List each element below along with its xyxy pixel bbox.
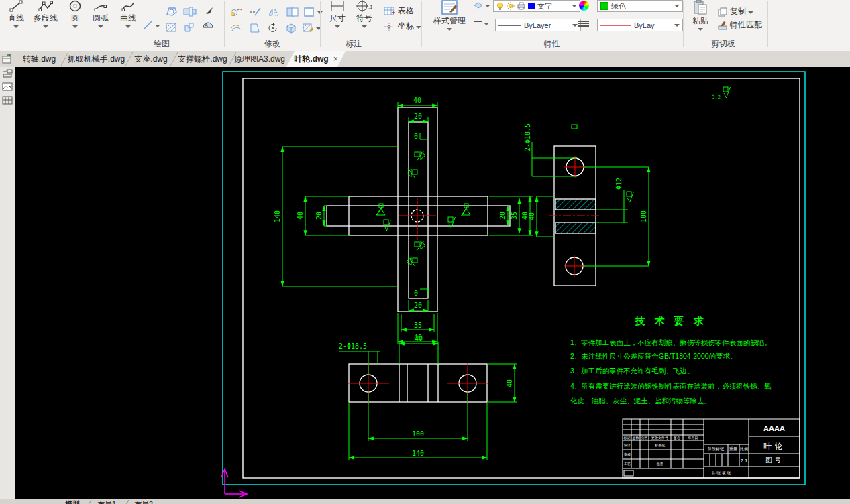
mirror-button[interactable] — [267, 6, 280, 18]
file-tab-yuanlitu-a3[interactable]: 原理图A3.dwg — [233, 51, 286, 67]
surface-symbols — [376, 87, 731, 267]
arc-button[interactable]: 圆弧 — [87, 0, 114, 28]
titleblock-h-file: 更改文件号 — [651, 436, 668, 440]
file-tab-label: 支座.dwg — [134, 54, 167, 65]
palette-pin-icon[interactable] — [2, 68, 13, 80]
palette-grid-icon[interactable] — [2, 95, 13, 107]
layout-tab-2[interactable]: 布局2 — [134, 499, 153, 504]
chevron-down-icon — [674, 24, 680, 27]
layer-color-swatch — [528, 3, 535, 9]
file-tab-zhichengluoshuan[interactable]: 支撑螺栓.dwg — [174, 51, 231, 67]
dimension-lines — [282, 102, 649, 460]
left-palette-strip — [0, 67, 15, 499]
circle-button[interactable]: 圆 — [64, 0, 86, 28]
table-button[interactable]: 表格 — [384, 5, 414, 17]
titleblock-weight-label: 重量 — [729, 446, 737, 451]
tech-line-1: 1、零件加工表面上，不应有划痕、擦伤等损伤零件表面的缺陷。 — [570, 338, 772, 346]
symbol-button[interactable]: .1 符号 — [353, 0, 376, 28]
layout-tab-model[interactable]: 模型 — [65, 499, 80, 504]
match-properties-label: 特性匹配 — [730, 19, 762, 31]
polyline-button[interactable]: 多段线 — [28, 0, 63, 28]
wipeout-button[interactable]: A — [201, 21, 215, 34]
spline-button[interactable]: 曲线 — [115, 0, 141, 28]
cursor-arrow-icon — [204, 5, 215, 16]
stretch-button[interactable] — [286, 6, 299, 18]
cross-centerlines — [399, 198, 436, 240]
tech-title: 技 术 要 求 — [634, 315, 707, 326]
lineweight-button[interactable] — [578, 20, 589, 28]
wipeout-icon: A — [201, 21, 215, 34]
line-button[interactable]: 直线 — [4, 0, 28, 28]
chamfer-button[interactable] — [248, 22, 262, 34]
block-button[interactable] — [182, 5, 197, 17]
style-manager-label: 样式管理 — [433, 15, 466, 27]
file-tab-zhuanzhou[interactable]: 转轴.dwg — [15, 51, 63, 67]
printer-icon — [517, 2, 525, 10]
drawing-canvas[interactable]: 40 20 0 140 40 20 20 35 40 20 0 35 40 2-… — [15, 67, 850, 499]
group-divider — [224, 1, 225, 47]
linetype-preview — [498, 24, 521, 27]
group-button[interactable] — [182, 21, 196, 34]
titleblock-h-date: 年月日 — [688, 436, 698, 440]
color-wheel-icon[interactable] — [579, 1, 589, 11]
dim-plate-span: 100 — [412, 430, 424, 438]
tech-line-2: 2、未注线性尺寸公差应符合GB/T1804-2000的要求。 — [570, 352, 737, 360]
color-select[interactable]: 绿色 — [597, 0, 683, 12]
move-button[interactable] — [229, 6, 243, 18]
construction-line-button[interactable] — [142, 20, 160, 31]
region-button[interactable] — [165, 5, 178, 17]
hatch-button[interactable] — [165, 21, 178, 34]
palette-image-icon[interactable] — [2, 82, 13, 94]
new-drawing-icon[interactable] — [2, 54, 13, 66]
hatch-icon — [165, 21, 178, 34]
layout-tab-bar: 模型 布局1 布局2 — [0, 499, 850, 504]
spline-label: 曲线 — [120, 13, 136, 24]
chevron-down-icon — [748, 11, 753, 14]
chevron-down-icon — [485, 5, 490, 7]
style-manager-button[interactable]: 样式管理 — [429, 0, 470, 31]
dim-left-arm-width: 40 — [297, 212, 304, 220]
erase-button[interactable] — [248, 6, 262, 18]
lightbulb-icon — [496, 2, 504, 10]
rotate-button[interactable] — [267, 22, 279, 34]
tech-line-3: 3、加工后的零件不允许有毛刺、飞边。 — [570, 367, 694, 375]
file-tab-zhuaqujixieshou[interactable]: 抓取机械手.dwg — [65, 51, 127, 67]
file-tab-yelun-active[interactable]: 叶轮.dwg × — [286, 51, 346, 67]
pointer-button[interactable] — [204, 5, 215, 16]
roughness-icon-general — [723, 87, 731, 98]
titleblock-standardization: 标准化 — [654, 443, 665, 448]
circle-label: 圆 — [71, 13, 79, 24]
drawing-svg: 40 20 0 140 40 20 20 35 40 20 0 35 40 2-… — [15, 67, 850, 499]
layout-tab-1[interactable]: 布局1 — [97, 499, 116, 504]
chevron-down-icon — [416, 26, 421, 29]
dim-plate-top: 40 — [415, 335, 423, 342]
linetype-select[interactable]: ByLayer — [495, 19, 581, 32]
file-tab-zhizuo[interactable]: 支座.dwg — [129, 51, 172, 67]
dimension-button[interactable]: 尺寸 — [326, 0, 349, 28]
dim-side-slot: Φ12 — [615, 178, 623, 190]
dim-right-arm-inner: 20 — [499, 212, 507, 220]
titleblock-h-zone: 分区 — [641, 436, 648, 440]
offset-button[interactable] — [229, 22, 243, 34]
spline-icon — [121, 0, 135, 12]
copy-button[interactable]: 复制 — [718, 6, 753, 17]
close-icon[interactable]: × — [333, 54, 338, 64]
layer-name: 文字 — [537, 1, 552, 11]
layer-tools-button[interactable] — [474, 1, 490, 9]
hatch-edit-button[interactable] — [302, 22, 321, 34]
3d-box-button[interactable] — [284, 22, 298, 34]
layer-select[interactable]: 文字 — [493, 0, 580, 12]
copy-label: 复制 — [730, 6, 746, 17]
chevron-down-icon — [572, 5, 577, 7]
paste-button[interactable]: 粘贴 — [688, 0, 712, 31]
style-manager-icon — [441, 0, 458, 15]
match-properties-button[interactable]: 特性匹配 — [718, 19, 762, 31]
svg-text:A: A — [205, 23, 208, 27]
linetype2-select[interactable]: ByLay — [597, 19, 683, 32]
transparency-button[interactable] — [474, 20, 489, 26]
coordinate-button[interactable]: 坐标 — [384, 21, 421, 32]
table-label: 表格 — [398, 5, 414, 17]
polyline-label: 多段线 — [34, 13, 58, 24]
symbol-icon: .1 — [356, 0, 372, 12]
titleblock-check: 审核 — [624, 452, 631, 456]
